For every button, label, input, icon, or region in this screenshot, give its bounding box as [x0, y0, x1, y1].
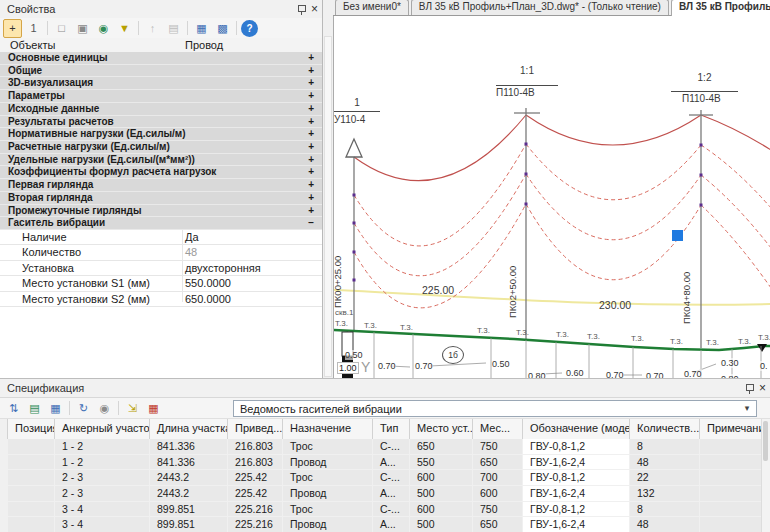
table-cell[interactable]: 225.216	[228, 517, 282, 532]
category-toggle-icon[interactable]: +	[308, 154, 314, 167]
table-cell[interactable]	[700, 486, 761, 501]
sort-icon[interactable]: ⇅	[4, 399, 23, 418]
column-header[interactable]: Привед...	[228, 419, 283, 439]
table-cell[interactable]: 216.803	[228, 455, 282, 470]
category-row[interactable]: Первая гирлянда+	[0, 179, 322, 192]
scrollbar-thumb[interactable]	[763, 421, 768, 461]
close-icon[interactable]: ×	[311, 3, 318, 15]
table-cell[interactable]: Трос	[283, 502, 372, 517]
table-cell[interactable]: ГВУ-1,6-2,4	[523, 455, 629, 470]
table-cell[interactable]: ГВУ-0,8-1,2	[523, 439, 629, 454]
table-cell[interactable]: ГВУ-1,6-2,4	[523, 486, 629, 501]
table-cell[interactable]: ГВУ-0,8-1,2	[523, 502, 629, 517]
document-tab-2[interactable]: ВЛ 35 кВ Профиль+План_3D.dwg* - (Только …	[411, 0, 669, 15]
category-toggle-icon[interactable]: +	[308, 77, 314, 90]
table-cell[interactable]: 600	[473, 486, 522, 501]
category-row[interactable]: 3D-визуализация+	[0, 77, 322, 90]
table-cell[interactable]: 2 - 3	[55, 486, 149, 501]
show-count-icon[interactable]: 1	[24, 19, 43, 38]
panel-splitter[interactable]	[323, 0, 333, 378]
table-cell[interactable]: 650	[473, 455, 522, 470]
table-row[interactable]: 2 - 32443.2225.42ТросС-...600700ГВУ-0,8-…	[0, 470, 762, 486]
category-toggle-icon[interactable]: +	[308, 141, 314, 154]
table-cell[interactable]: 899.851	[150, 517, 227, 532]
table-cell[interactable]: 8	[630, 439, 699, 454]
category-toggle-icon[interactable]: +	[308, 116, 314, 129]
drawing-viewport[interactable]: 1У110-41:1П110-4В1:2П110-4ВПК00+25.00ПК0…	[333, 16, 770, 378]
column-header[interactable]: Место уст...	[410, 419, 473, 439]
table-cell[interactable]: 500	[410, 517, 472, 532]
table-cell[interactable]	[8, 517, 54, 532]
table-cell[interactable]: С-...	[373, 502, 409, 517]
table-view-icon[interactable]: ▦	[192, 19, 211, 38]
column-header[interactable]: Назначение	[283, 419, 373, 439]
table-cell[interactable]: 550	[410, 455, 472, 470]
column-header[interactable]: Мес...	[473, 419, 523, 439]
apply-properties-icon[interactable]: ▤	[164, 19, 183, 38]
pin-icon[interactable]	[745, 383, 753, 394]
document-tab-3[interactable]: ВЛ 35 кВ Профиль+План+Коллизия.dwg* - (Т…	[671, 0, 770, 16]
select-region-icon[interactable]: □	[52, 19, 71, 38]
report-type-combobox[interactable]: Ведомость гасителей вибрации ▾	[233, 400, 757, 417]
table-cell[interactable]	[700, 439, 761, 454]
table-cell[interactable]	[8, 455, 54, 470]
table-cell[interactable]: 2443.2	[150, 486, 227, 501]
row-selector[interactable]	[0, 517, 8, 532]
category-row[interactable]: Промежуточные гирлянды+	[0, 205, 322, 218]
table-export-icon[interactable]: ▩	[213, 19, 232, 38]
row-selector[interactable]	[0, 439, 8, 454]
column-header[interactable]: Анкерный участок	[55, 419, 150, 439]
table-cell[interactable]: 750	[473, 439, 522, 454]
row-selector[interactable]	[0, 486, 8, 501]
category-toggle-icon[interactable]: +	[308, 179, 314, 192]
table-cell[interactable]: 841.336	[150, 455, 227, 470]
table-cell[interactable]	[8, 502, 54, 517]
table-cell[interactable]: 2443.2	[150, 470, 227, 485]
category-toggle-icon[interactable]: +	[308, 205, 314, 218]
table-cell[interactable]: ГВУ-0,8-1,2	[523, 470, 629, 485]
category-row[interactable]: Коэффициенты формул расчета нагрузок+	[0, 166, 322, 179]
column-header[interactable]: Длина участка	[150, 419, 228, 439]
table-row[interactable]: 2 - 32443.2225.42ПроводА...500600ГВУ-1,6…	[0, 486, 762, 502]
table-cell[interactable]: 1 - 2	[55, 455, 149, 470]
category-row[interactable]: Основные единицы+	[0, 52, 322, 65]
property-value[interactable]: двухсторонняя	[185, 261, 261, 275]
property-value[interactable]: 650.0000	[185, 292, 231, 306]
table-row[interactable]: 1 - 2841.336216.803ТросС-...650750ГВУ-0,…	[0, 439, 762, 455]
collision-marker[interactable]	[672, 230, 683, 241]
table-cell[interactable]: С-...	[373, 439, 409, 454]
table-row[interactable]: 3 - 4899.851225.216ПроводА...500650ГВУ-1…	[0, 517, 762, 532]
category-row[interactable]: Нормативные нагрузки (Ед.силы/м)+	[0, 128, 322, 141]
table-cell[interactable]: 841.336	[150, 439, 227, 454]
table-icon[interactable]: ▦	[46, 399, 65, 418]
table-cell[interactable]: Провод	[283, 486, 372, 501]
row-selector[interactable]	[0, 455, 8, 470]
3d-orbit-icon[interactable]: ◉	[94, 19, 113, 38]
category-toggle-icon[interactable]: +	[308, 90, 314, 103]
row-selector[interactable]	[0, 470, 8, 485]
property-row[interactable]: Место установки S1 (мм)550.0000	[0, 276, 322, 291]
document-tab-1[interactable]: Без имени0*	[335, 0, 409, 15]
export-icon[interactable]: ⇲	[123, 399, 142, 418]
table-cell[interactable]: А...	[373, 517, 409, 532]
category-toggle-icon[interactable]: +	[308, 128, 314, 141]
table-cell[interactable]: 225.216	[228, 502, 282, 517]
category-row[interactable]: Результаты расчетов+	[0, 116, 322, 129]
category-row[interactable]: Вторая гирлянда+	[0, 192, 322, 205]
property-value[interactable]: Да	[185, 230, 199, 244]
category-toggle-icon[interactable]: +	[308, 52, 314, 65]
table-cell[interactable]: 700	[473, 470, 522, 485]
column-header[interactable]: Количеств...	[630, 419, 700, 439]
table-cell[interactable]	[8, 470, 54, 485]
table-cell[interactable]: 650	[473, 517, 522, 532]
pin-icon[interactable]	[297, 4, 305, 15]
table-cell[interactable]: 225.42	[228, 486, 282, 501]
table-cell[interactable]: 899.851	[150, 502, 227, 517]
properties-scrollbar[interactable]	[324, 36, 332, 377]
table-cell[interactable]: Трос	[283, 439, 372, 454]
table-cell[interactable]: 3 - 4	[55, 502, 149, 517]
row-selector[interactable]	[0, 502, 8, 517]
table-row[interactable]: 1 - 2841.336216.803ПроводА...550650ГВУ-1…	[0, 455, 762, 471]
table-cell[interactable]: С-...	[373, 470, 409, 485]
table-cell[interactable]	[8, 486, 54, 501]
